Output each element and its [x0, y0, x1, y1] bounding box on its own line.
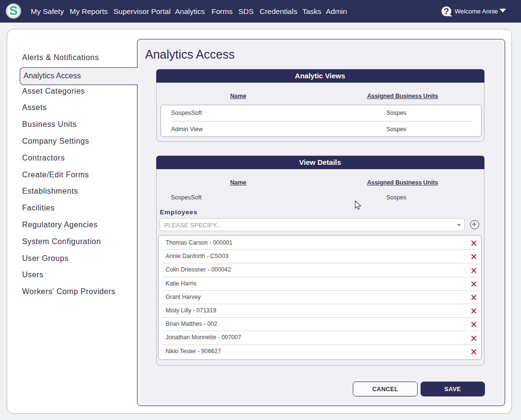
svg-text:?: ?: [444, 6, 449, 16]
